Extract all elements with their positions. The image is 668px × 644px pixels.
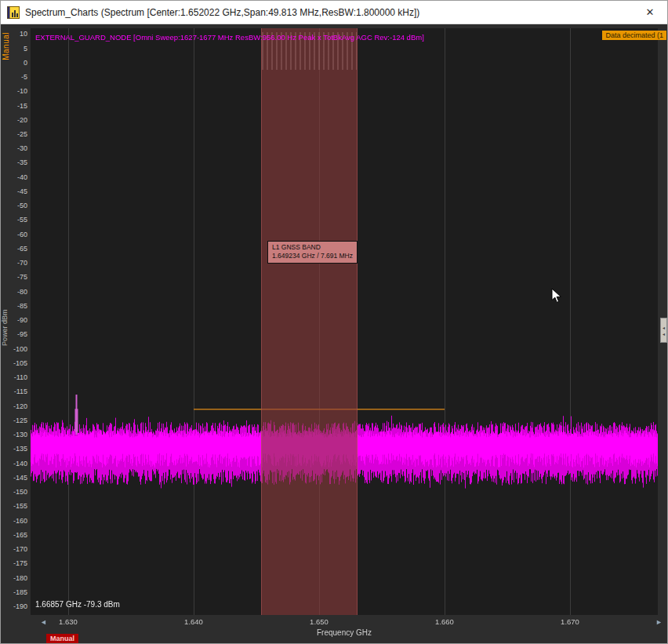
y-tick-label: -40 <box>1 173 27 181</box>
cursor-readout: 1.66857 GHz -79.3 dBm <box>35 600 120 609</box>
y-tick-label: -80 <box>1 288 27 296</box>
y-tick-label: -145 <box>1 474 27 482</box>
data-decimated-badge: Data decimated (1 <box>602 31 666 40</box>
y-tick-label: -10 <box>1 87 27 95</box>
x-tick-label: 1.670 <box>561 617 579 626</box>
band-info-box: L1 GNSS BAND 1.649234 GHz / 7.691 MHz <box>267 241 358 264</box>
y-tick-label: -115 <box>1 387 27 395</box>
y-tick-label: -50 <box>1 202 27 209</box>
y-tick-label: -30 <box>1 144 27 152</box>
y-tick-label: -150 <box>1 488 27 496</box>
y-tick-label: -185 <box>1 588 27 596</box>
y-tick-label: -70 <box>1 259 27 267</box>
y-tick-label: -25 <box>1 130 27 138</box>
x-axis-manual-label[interactable]: Manual <box>46 634 78 643</box>
y-tick-label: -60 <box>1 231 27 238</box>
app-window: Spectrum_Charts (Spectrum [Center:1.6520… <box>0 0 668 644</box>
y-tick-label: -75 <box>1 273 27 281</box>
y-tick-label: -85 <box>1 302 27 310</box>
y-tick-label: -20 <box>1 116 27 124</box>
y-tick-label: -120 <box>1 402 27 410</box>
sweep-info-annotation: EXTERNAL_GUARD_NODE [Omni Sweep:1627-167… <box>35 33 424 42</box>
y-tick-label: -125 <box>1 417 27 424</box>
y-tick-label: -110 <box>1 373 27 381</box>
y-tick-label: -100 <box>1 345 27 353</box>
x-tick-label: 1.660 <box>435 617 454 626</box>
y-tick-label: -155 <box>1 502 27 510</box>
app-icon <box>7 6 20 19</box>
y-tick-label: -130 <box>1 431 27 438</box>
splitter-arrow-icon: ◂ <box>663 325 665 330</box>
chart-panel: Manual Power dBm 1050-5-10-15-20-25-30-3… <box>1 24 667 643</box>
band-title: L1 GNSS BAND <box>272 243 353 252</box>
spectrum-plot[interactable]: L1 GNSS BAND 1.649234 GHz / 7.691 MHz EX… <box>31 28 658 615</box>
y-tick-label: -140 <box>1 460 27 468</box>
y-tick-label: -165 <box>1 531 27 539</box>
x-tick-label: 1.650 <box>310 617 329 626</box>
y-tick-label: -170 <box>1 545 27 553</box>
y-tick-label: 0 <box>1 59 27 67</box>
y-tick-label: 5 <box>1 45 27 53</box>
y-tick-label: -180 <box>1 574 27 582</box>
x-axis-title: Frequency GHz <box>317 628 372 637</box>
close-button[interactable]: ✕ <box>633 1 667 24</box>
y-tick-label: -135 <box>1 445 27 453</box>
scroll-right-button[interactable]: ► <box>655 618 663 626</box>
y-tick-label: -190 <box>1 602 27 610</box>
y-tick-label: -65 <box>1 245 27 253</box>
y-tick-label: -105 <box>1 359 27 367</box>
y-tick-label: -160 <box>1 517 27 525</box>
x-tick-label: 1.630 <box>59 617 78 626</box>
y-axis-tick-labels: 1050-5-10-15-20-25-30-35-40-45-50-55-60-… <box>1 24 27 643</box>
scroll-left-button[interactable]: ◄ <box>40 618 47 626</box>
mouse-cursor <box>551 288 562 304</box>
y-tick-label: -95 <box>1 330 27 338</box>
y-tick-label: 10 <box>1 30 27 38</box>
window-title: Spectrum_Charts (Spectrum [Center:1.6520… <box>25 7 419 18</box>
l1-gnss-band-region[interactable] <box>261 28 358 615</box>
band-detail: 1.649234 GHz / 7.691 MHz <box>272 252 353 260</box>
y-tick-label: -55 <box>1 216 27 224</box>
y-tick-label: -5 <box>1 73 27 81</box>
y-tick-label: -45 <box>1 187 27 195</box>
x-tick-label: 1.640 <box>184 617 203 626</box>
window-titlebar[interactable]: Spectrum_Charts (Spectrum [Center:1.6520… <box>1 1 667 24</box>
y-tick-label: -175 <box>1 559 27 567</box>
splitter-arrow-icon: ◂ <box>663 331 665 337</box>
side-panel-splitter[interactable]: ◂ ◂ <box>660 318 667 343</box>
y-tick-label: -15 <box>1 102 27 110</box>
y-tick-label: -90 <box>1 316 27 324</box>
y-tick-label: -35 <box>1 158 27 166</box>
